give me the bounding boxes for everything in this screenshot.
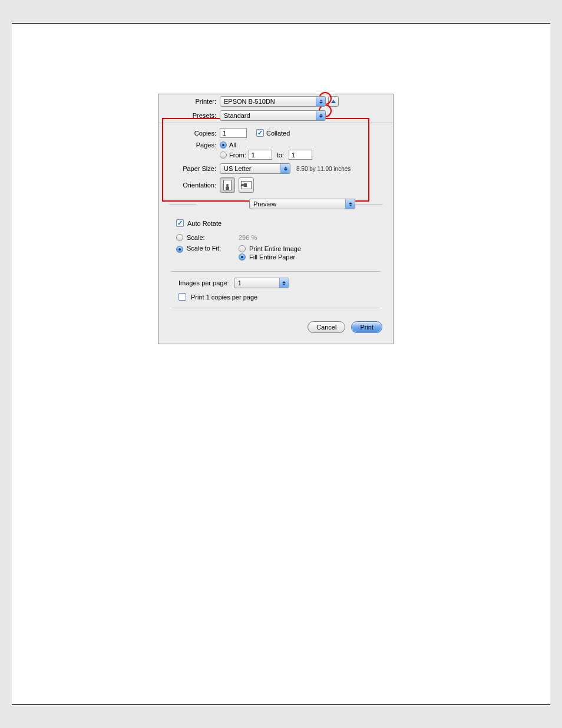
preview-panel: Auto Rotate Scale: 296 % Scale to Fit: P… bbox=[158, 212, 393, 265]
papersize-label: Paper Size: bbox=[158, 165, 220, 172]
pages-to-input[interactable] bbox=[289, 150, 312, 160]
panel-select-value: Preview bbox=[253, 200, 276, 207]
papersize-row: Paper Size: US Letter 8.50 by 11.00 inch… bbox=[158, 162, 393, 176]
pages-label: Pages: bbox=[158, 141, 220, 149]
print-entire-image-radio[interactable] bbox=[239, 245, 246, 252]
page-body: Printer: EPSON B-510DN Presets: Standard bbox=[12, 24, 550, 704]
updown-arrows-icon bbox=[280, 164, 290, 173]
print-button[interactable]: Print bbox=[351, 321, 382, 333]
collated-checkbox[interactable] bbox=[256, 129, 264, 137]
images-per-page-label: Images per page: bbox=[178, 279, 229, 286]
scale-to-fit-radio[interactable] bbox=[176, 246, 183, 253]
collapse-expand-button[interactable] bbox=[328, 96, 339, 107]
printer-select-value: EPSON B-510DN bbox=[224, 98, 275, 105]
orientation-row: Orientation: bbox=[158, 176, 393, 199]
images-per-page-row: Images per page: 1 bbox=[178, 278, 373, 288]
pages-from-row: From: to: bbox=[158, 149, 393, 162]
orientation-portrait-button[interactable] bbox=[220, 177, 235, 193]
cancel-button-label: Cancel bbox=[316, 324, 336, 331]
person-icon bbox=[241, 183, 247, 187]
page-top-rule bbox=[12, 0, 550, 24]
print-n-copies-row: Print 1 copies per page bbox=[178, 293, 373, 301]
copies-label: Copies: bbox=[158, 130, 220, 137]
auto-rotate-checkbox[interactable] bbox=[176, 219, 184, 227]
updown-arrows-icon bbox=[345, 199, 355, 209]
printer-row: Printer: EPSON B-510DN bbox=[158, 94, 393, 108]
fill-entire-paper-label: Fill Entire Paper bbox=[249, 253, 295, 261]
orientation-label: Orientation: bbox=[158, 182, 220, 189]
auto-rotate-label: Auto Rotate bbox=[187, 220, 222, 227]
presets-row: Presets: Standard bbox=[158, 108, 393, 123]
pages-row: Pages: All bbox=[158, 140, 393, 149]
auto-rotate-row: Auto Rotate bbox=[176, 218, 385, 229]
scale-label: Scale: bbox=[187, 234, 235, 241]
fill-entire-paper-radio[interactable] bbox=[239, 253, 246, 261]
portrait-page-icon bbox=[223, 180, 232, 190]
collated-label: Collated bbox=[266, 130, 290, 137]
triangle-up-icon bbox=[331, 100, 336, 103]
updown-arrows-icon bbox=[316, 111, 325, 120]
scale-row: Scale: 296 % bbox=[176, 232, 385, 243]
images-per-page-value: 1 bbox=[238, 279, 242, 286]
cancel-button[interactable]: Cancel bbox=[308, 321, 345, 333]
print-n-copies-label: Print 1 copies per page bbox=[191, 294, 257, 301]
print-dialog: Printer: EPSON B-510DN Presets: Standard bbox=[158, 94, 394, 344]
presets-select[interactable]: Standard bbox=[220, 110, 326, 121]
orientation-landscape-button[interactable] bbox=[239, 177, 254, 193]
scale-to-fit-row: Scale to Fit: Print Entire Image Fill En… bbox=[176, 243, 385, 263]
scale-radio[interactable] bbox=[176, 234, 183, 241]
images-per-page-block: Images per page: 1 Print 1 copies per pa… bbox=[171, 271, 380, 308]
pages-all-label: All bbox=[229, 141, 236, 149]
presets-select-value: Standard bbox=[224, 112, 250, 119]
scale-to-fit-label: Scale to Fit: bbox=[187, 245, 235, 252]
print-button-label: Print bbox=[360, 324, 373, 331]
pages-all-radio[interactable] bbox=[220, 141, 227, 149]
panel-select-row: Preview bbox=[169, 199, 382, 209]
printer-label: Printer: bbox=[158, 98, 220, 105]
pages-from-radio[interactable] bbox=[220, 151, 227, 159]
pages-from-input[interactable] bbox=[249, 150, 272, 160]
pages-from-label: From: bbox=[229, 151, 246, 159]
papersize-select-value: US Letter bbox=[224, 165, 251, 172]
print-n-copies-checkbox[interactable] bbox=[178, 293, 186, 301]
scale-value: 296 % bbox=[239, 234, 257, 241]
updown-arrows-icon bbox=[279, 278, 289, 288]
person-icon bbox=[226, 184, 229, 190]
papersize-select[interactable]: US Letter bbox=[220, 163, 290, 174]
printer-select[interactable]: EPSON B-510DN bbox=[220, 96, 326, 107]
copies-row: Copies: Collated bbox=[158, 123, 393, 140]
page-bottom-rule bbox=[12, 704, 550, 728]
updown-arrows-icon bbox=[316, 97, 325, 106]
dialog-footer: Cancel Print bbox=[308, 321, 382, 333]
papersize-dimensions: 8.50 by 11.00 inches bbox=[296, 166, 351, 172]
images-per-page-select[interactable]: 1 bbox=[234, 278, 289, 288]
print-entire-image-label: Print Entire Image bbox=[249, 245, 301, 252]
panel-select[interactable]: Preview bbox=[249, 199, 355, 209]
pages-to-label: to: bbox=[275, 151, 286, 159]
landscape-page-icon bbox=[241, 181, 252, 189]
copies-input[interactable] bbox=[220, 128, 247, 138]
presets-label: Presets: bbox=[158, 112, 220, 119]
